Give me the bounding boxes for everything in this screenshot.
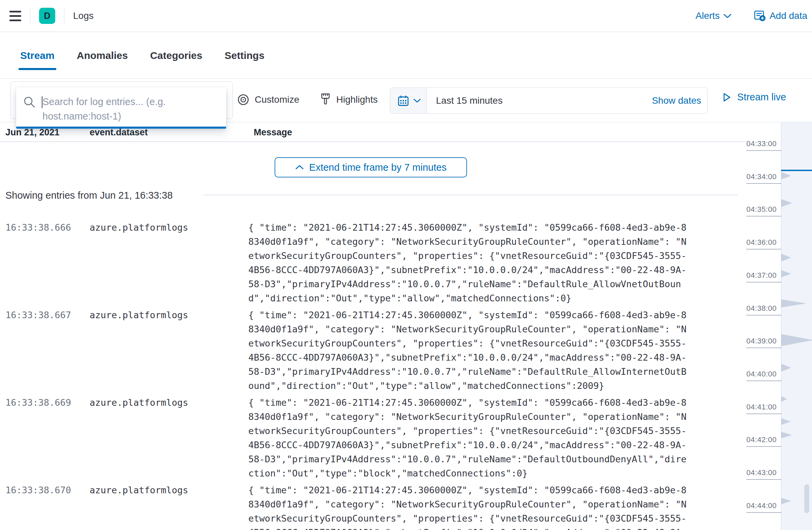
- log-entry-row[interactable]: 16:33:38.667 azure.platformlogs { "time"…: [5, 308, 700, 393]
- timeline-tick: 04:36:00: [741, 238, 777, 252]
- customize-button[interactable]: Customize: [236, 93, 299, 106]
- timeline-tick-line: [746, 512, 781, 513]
- tab[interactable]: Categories: [150, 50, 202, 61]
- timeline-tick-label: 04:33:00: [741, 139, 777, 148]
- logs-tabs: Stream Anomalies Categories Settings: [0, 32, 812, 79]
- menu-hamburger-icon[interactable]: [10, 11, 21, 21]
- showing-entries-text: Showing entries from Jun 21, 16:33:38: [5, 188, 173, 202]
- timeline-minimap[interactable]: 04:33:00 04:34:00 04:35:00 04:36:00 04:3…: [741, 0, 812, 530]
- timeline-tick-label: 04:34:00: [741, 172, 777, 181]
- timeline-tick-line: [746, 249, 781, 250]
- log-entry-dataset: azure.platformlogs: [90, 308, 248, 393]
- customize-label: Customize: [255, 94, 299, 105]
- timeline-tick: 04:37:00: [741, 271, 777, 284]
- datepicker-divider: [426, 88, 427, 114]
- timeline-tick: 04:41:00: [741, 403, 777, 416]
- timeline-position-marker: [781, 170, 812, 171]
- timeline-tick-line: [746, 479, 781, 480]
- brush-icon: [319, 93, 332, 106]
- log-entry-row[interactable]: 16:33:38.670 azure.platformlogs { "time"…: [5, 483, 700, 530]
- log-entry-message: { "time": "2021-06-21T14:27:45.3060000Z"…: [248, 483, 690, 530]
- timeline-tick: 04:33:00: [741, 139, 777, 153]
- calendar-icon: [397, 94, 410, 107]
- timeline-tick: 04:39:00: [741, 337, 777, 350]
- quick-select-button[interactable]: [390, 88, 426, 114]
- timeline-tick-line: [746, 446, 781, 447]
- timeline-tick: 04:34:00: [741, 172, 777, 186]
- customize-eye-icon: [236, 93, 250, 106]
- timeline-tick-label: 04:44:00: [741, 501, 777, 510]
- log-entry-dataset: azure.platformlogs: [90, 221, 248, 305]
- timeline-tick: 04:38:00: [741, 304, 777, 318]
- timeline-tick-line: [746, 150, 781, 151]
- timeline-tick-line: [746, 282, 781, 282]
- timeline-tick-label: 04:38:00: [741, 304, 777, 313]
- timeline-tick-label: 04:43:00: [741, 468, 777, 477]
- timeline-density-chart: [781, 0, 812, 530]
- log-entry-timestamp: 16:33:38.670: [5, 483, 90, 530]
- showing-entries-divider: [203, 195, 738, 195]
- extend-button-label: Extend time frame by 7 minutes: [309, 162, 447, 173]
- time-range-value[interactable]: Last 15 minutes: [436, 88, 503, 114]
- timeline-tick: 04:44:00: [741, 501, 777, 515]
- timeline-tick-label: 04:42:00: [741, 436, 777, 444]
- column-header-dataset: event.dataset: [90, 127, 148, 138]
- log-entry-row[interactable]: 16:33:38.669 azure.platformlogs { "time"…: [5, 396, 700, 481]
- chevron-up-icon: [295, 164, 304, 171]
- column-header-message: Message: [254, 127, 292, 138]
- deployment-avatar[interactable]: D: [39, 8, 55, 24]
- log-entry-message: { "time": "2021-06-21T14:27:45.3060000Z"…: [248, 221, 690, 305]
- play-icon: [721, 92, 732, 103]
- chevron-down-icon: [723, 13, 732, 19]
- page-title: Logs: [73, 11, 94, 21]
- timeline-tick-line: [746, 216, 781, 217]
- log-entry-dataset: azure.platformlogs: [90, 396, 248, 481]
- log-entry-timestamp: 16:33:38.667: [5, 308, 90, 393]
- timeline-tick-line: [746, 413, 781, 414]
- timeline-tick-label: 04:37:00: [741, 271, 777, 280]
- extend-time-frame-button[interactable]: Extend time frame by 7 minutes: [275, 157, 467, 177]
- tab[interactable]: Settings: [225, 50, 264, 61]
- timeline-tick-label: 04:41:00: [741, 403, 777, 411]
- timeline-tick: 04:43:00: [741, 468, 777, 482]
- highlights-button[interactable]: Highlights: [319, 93, 378, 106]
- header-divider: [30, 8, 30, 24]
- timeline-scrollbar-thumb[interactable]: [804, 484, 809, 513]
- timeline-tick-line: [746, 381, 781, 381]
- add-data-label: Add data: [770, 11, 807, 21]
- chevron-down-icon: [413, 98, 421, 103]
- search-icon: [23, 95, 37, 109]
- log-entry-message: { "time": "2021-06-21T14:27:45.3060000Z"…: [248, 396, 690, 481]
- alerts-label: Alerts: [695, 11, 720, 21]
- timeline-tick-line: [746, 348, 781, 348]
- log-entry-message: { "time": "2021-06-21T14:27:45.3060000Z"…: [248, 308, 690, 393]
- column-header-date: Jun 21, 2021: [5, 127, 60, 138]
- table-header-border: [0, 142, 746, 142]
- log-entries-list: 16:33:38.666 azure.platformlogs { "time"…: [5, 221, 700, 530]
- add-data-icon: [753, 10, 766, 22]
- add-data-button[interactable]: Add data: [753, 10, 807, 22]
- timeline-tick: 04:35:00: [741, 205, 777, 219]
- timeline-tick: 04:42:00: [741, 436, 777, 449]
- app-header: D Logs Alerts Add data: [0, 0, 812, 32]
- search-input[interactable]: [16, 88, 226, 129]
- timeline-tick-label: 04:39:00: [741, 337, 777, 345]
- timeline-tick-label: 04:36:00: [741, 238, 777, 247]
- log-entry-timestamp: 16:33:38.669: [5, 396, 90, 481]
- highlights-label: Highlights: [336, 94, 378, 105]
- timeline-tick-line: [746, 315, 781, 315]
- header-divider: [64, 8, 64, 24]
- timeline-tick-line: [746, 183, 781, 184]
- tab[interactable]: Anomalies: [77, 50, 128, 61]
- timeline-tick: 04:40:00: [741, 370, 777, 383]
- date-range-picker: Last 15 minutes Show dates: [390, 88, 708, 114]
- log-entry-dataset: azure.platformlogs: [90, 483, 248, 530]
- log-entry-row[interactable]: 16:33:38.666 azure.platformlogs { "time"…: [5, 221, 700, 305]
- tab[interactable]: Stream: [20, 50, 55, 61]
- show-dates-button[interactable]: Show dates: [652, 88, 701, 114]
- log-entry-timestamp: 16:33:38.666: [5, 221, 90, 305]
- timeline-tick-label: 04:35:00: [741, 205, 777, 214]
- alerts-menu-button[interactable]: Alerts: [695, 11, 732, 21]
- timeline-tick-label: 04:40:00: [741, 370, 777, 379]
- text-caret: [42, 96, 42, 108]
